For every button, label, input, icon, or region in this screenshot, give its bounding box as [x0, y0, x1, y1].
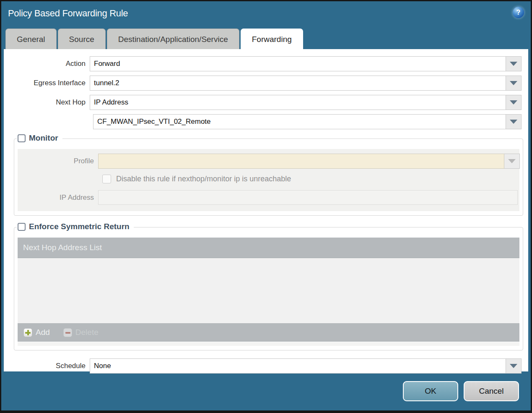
- tab-destination-application-service[interactable]: Destination/Application/Service: [107, 29, 239, 49]
- egress-interface-label: Egress Interface: [4, 79, 90, 87]
- profile-row: Profile: [18, 154, 519, 169]
- dialog-title: Policy Based Forwarding Rule: [8, 8, 128, 19]
- action-dropdown-button[interactable]: [506, 56, 522, 71]
- next-hop-address-table-footer: Add Delete: [18, 323, 519, 342]
- next-hop-address-dropdown-button[interactable]: [506, 114, 522, 129]
- disable-rule-label: Disable this rule if nexthop/monitor ip …: [116, 175, 291, 183]
- next-hop-row: Next Hop IP Address: [4, 95, 528, 110]
- monitor-ip-address-row: IP Address: [18, 190, 519, 205]
- monitor-ip-address-label: IP Address: [18, 193, 98, 202]
- schedule-label: Schedule: [4, 362, 90, 370]
- tab-bar: General Source Destination/Application/S…: [1, 26, 531, 49]
- chevron-down-icon: [510, 62, 517, 66]
- next-hop-address-select[interactable]: CF_MWAN_IPsec_VTI_02_Remote: [93, 114, 506, 129]
- symmetric-return-legend-title: Enforce Symmetric Return: [29, 222, 130, 231]
- help-icon[interactable]: ?: [513, 7, 524, 18]
- add-button-label: Add: [36, 328, 50, 337]
- next-hop-type-dropdown-button[interactable]: [506, 95, 522, 110]
- profile-label: Profile: [18, 157, 98, 165]
- chevron-down-icon: [508, 159, 516, 163]
- action-label: Action: [4, 60, 90, 68]
- action-select[interactable]: Forward: [90, 56, 506, 71]
- monitor-ip-address-input: [98, 190, 518, 205]
- table-scrollbar-track[interactable]: [18, 342, 519, 346]
- monitor-panel: Profile Disable this rule if nexthop/mon…: [18, 149, 519, 211]
- chevron-down-icon: [510, 81, 517, 85]
- plus-icon: [23, 328, 32, 337]
- monitor-checkbox[interactable]: [18, 134, 26, 142]
- delete-button: Delete: [63, 328, 99, 337]
- dialog-footer: OK Cancel: [1, 371, 531, 410]
- symmetric-return-legend: Enforce Symmetric Return: [17, 222, 134, 231]
- egress-interface-select[interactable]: tunnel.2: [90, 76, 506, 91]
- next-hop-label: Next Hop: [4, 98, 90, 107]
- monitor-groupbox: Monitor Profile Disable this rule if nex…: [14, 139, 523, 216]
- tab-forwarding[interactable]: Forwarding: [241, 29, 303, 49]
- policy-based-forwarding-dialog: Policy Based Forwarding Rule ? General S…: [0, 0, 532, 413]
- tab-general[interactable]: General: [5, 29, 57, 49]
- symmetric-return-groupbox: Enforce Symmetric Return Next Hop Addres…: [14, 227, 523, 350]
- next-hop-address-list-column-header: Next Hop Address List: [18, 238, 519, 258]
- monitor-legend-title: Monitor: [29, 133, 58, 143]
- egress-interface-dropdown-button[interactable]: [506, 76, 522, 91]
- minus-icon: [63, 328, 72, 337]
- chevron-down-icon: [510, 364, 517, 368]
- next-hop-address-table-body[interactable]: [18, 258, 519, 323]
- monitor-legend: Monitor: [17, 133, 62, 143]
- forwarding-tab-content: Action Forward Egress Interface tunnel.2…: [4, 49, 528, 371]
- tab-source[interactable]: Source: [58, 29, 106, 49]
- egress-interface-row: Egress Interface tunnel.2: [4, 76, 528, 91]
- next-hop-type-select[interactable]: IP Address: [90, 95, 506, 110]
- dialog-titlebar: Policy Based Forwarding Rule ?: [1, 1, 531, 26]
- profile-dropdown-button: [504, 154, 520, 169]
- disable-rule-row: Disable this rule if nexthop/monitor ip …: [18, 175, 519, 183]
- add-button[interactable]: Add: [23, 328, 50, 337]
- cancel-button[interactable]: Cancel: [464, 381, 519, 401]
- next-hop-address-table: Next Hop Address List Add Delete: [18, 238, 519, 346]
- profile-select: [98, 154, 504, 169]
- enforce-symmetric-return-checkbox[interactable]: [18, 223, 26, 231]
- disable-rule-checkbox: [102, 175, 111, 183]
- ok-button[interactable]: OK: [403, 381, 458, 401]
- delete-button-label: Delete: [75, 328, 99, 337]
- chevron-down-icon: [510, 120, 517, 124]
- next-hop-address-row: CF_MWAN_IPsec_VTI_02_Remote: [4, 114, 528, 129]
- action-row: Action Forward: [4, 56, 528, 71]
- chevron-down-icon: [510, 100, 517, 105]
